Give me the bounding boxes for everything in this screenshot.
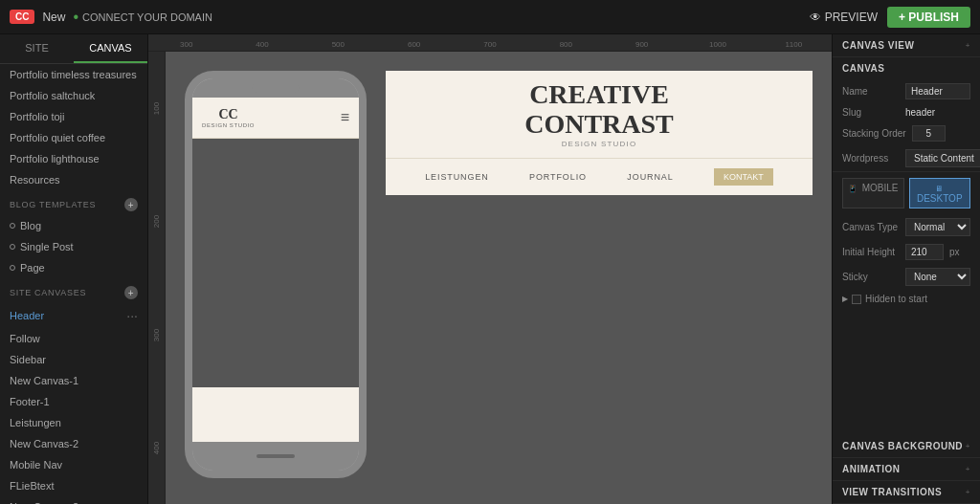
- device-tabs: 📱 MOBILE 🖥 DESKTOP: [833, 172, 980, 214]
- collapse-arrow-icon[interactable]: ▶: [842, 295, 848, 303]
- ruler-tick: 900: [604, 40, 679, 49]
- sidebar-item-label: Portfolio saltchuck: [10, 90, 95, 101]
- tab-desktop[interactable]: 🖥 DESKTOP: [909, 178, 971, 208]
- more-options-button[interactable]: ···: [126, 308, 138, 323]
- sidebar-item-label: Blog: [20, 220, 41, 231]
- sidebar-item-label: Follow: [10, 333, 40, 344]
- sidebar-item-label: Portfolio timeless treasures: [10, 69, 137, 80]
- cc-logo: CC: [10, 10, 34, 24]
- canvas-area: 300 400 500 600 700 800 900 1000 1100 10…: [148, 34, 832, 504]
- chevron-icon: +: [966, 488, 970, 496]
- sidebar-item-label: FLieBtext: [10, 480, 54, 492]
- sidebar-item-label: Footer-1: [10, 396, 50, 407]
- canvas-bg-header[interactable]: CANVAS BACKGROUND +: [833, 435, 980, 457]
- nav-portfolio: PORTFOLIO: [529, 172, 587, 182]
- tab-mobile[interactable]: 📱 MOBILE: [842, 178, 904, 208]
- mobile-body: [192, 139, 359, 387]
- sidebar-item-blog[interactable]: Blog: [0, 215, 147, 236]
- sidebar: SITE CANVAS Portfolio timeless treasures…: [0, 34, 148, 504]
- sidebar-item-new-canvas-2[interactable]: New Canvas-2: [0, 433, 147, 454]
- hamburger-icon: ≡: [341, 109, 349, 126]
- stacking-input[interactable]: [912, 125, 946, 142]
- canvas-section-header[interactable]: CANVAS: [833, 57, 980, 79]
- sidebar-item-footer-1[interactable]: Footer-1: [0, 391, 147, 412]
- canvas-view-section: CANVAS VIEW +: [833, 34, 980, 57]
- single-post-dot-icon: [10, 244, 15, 250]
- canvas-type-label: Canvas Type: [842, 222, 900, 232]
- right-panel: CANVAS VIEW + CANVAS Name Slug header St…: [832, 34, 980, 504]
- sidebar-item-leistungen[interactable]: Leistungen: [0, 412, 147, 433]
- sidebar-tabs: SITE CANVAS: [0, 34, 147, 64]
- ruler-tick-v: 100: [148, 52, 165, 164]
- ruler-tick-v: 400: [148, 391, 165, 504]
- hidden-label: Hidden to start: [865, 294, 927, 304]
- ruler-tick: 500: [301, 40, 376, 49]
- sticky-row: Sticky None Top Bottom: [833, 264, 980, 290]
- mobile-preview-frame: CC DESIGN STUDIO ≡: [185, 71, 367, 478]
- slug-label: Slug: [842, 107, 900, 118]
- mobile-footer: [192, 442, 359, 471]
- sidebar-item-sidebar[interactable]: Sidebar: [0, 349, 147, 370]
- sidebar-item-label: Leistungen: [10, 417, 61, 428]
- desktop-logo: CREATIVE CONTRAST DESIGN STUDIO: [524, 80, 674, 148]
- mobile-header: CC DESIGN STUDIO ≡: [192, 98, 359, 139]
- sidebar-item-header[interactable]: Header ···: [0, 303, 147, 328]
- add-canvas-button[interactable]: +: [124, 286, 138, 299]
- sidebar-item-fliebtext[interactable]: FLieBtext: [0, 475, 147, 496]
- initial-height-input[interactable]: [905, 244, 944, 260]
- connect-domain-link[interactable]: • CONNECT YOUR DOMAIN: [73, 9, 212, 26]
- preview-button[interactable]: 👁 PREVIEW: [810, 11, 878, 24]
- main-layout: SITE CANVAS Portfolio timeless treasures…: [0, 34, 980, 504]
- mobile-logo-area: CC DESIGN STUDIO: [202, 107, 255, 128]
- slug-value: header: [905, 107, 970, 118]
- sidebar-item-follow[interactable]: Follow: [0, 328, 147, 349]
- sidebar-item-mobile-nav[interactable]: Mobile Nav: [0, 454, 147, 475]
- sidebar-item-label: Page: [20, 262, 45, 274]
- page-dot-icon: [10, 265, 15, 271]
- publish-button[interactable]: + PUBLISH: [887, 7, 970, 28]
- wordpress-select[interactable]: Static Content Dynamic Content: [905, 149, 980, 167]
- chevron-icon: +: [966, 442, 970, 450]
- canvas-bg-section: CANVAS BACKGROUND +: [833, 435, 980, 458]
- wordpress-row: Wordpress Static Content Dynamic Content: [833, 145, 980, 171]
- canvases-section-label: SITE CANVASES +: [0, 278, 147, 303]
- sidebar-item-resources[interactable]: Resources: [0, 169, 147, 190]
- sidebar-item-quiet-coffee[interactable]: Portfolio quiet coffee: [0, 127, 147, 148]
- view-transitions-header[interactable]: VIEW TRANSITIONS +: [833, 481, 980, 503]
- ruler-left: 100 200 300 400: [148, 52, 166, 504]
- add-blog-button[interactable]: +: [124, 198, 138, 211]
- desktop-header: CREATIVE CONTRAST DESIGN STUDIO LEISTUNG…: [386, 71, 813, 195]
- chevron-icon: +: [966, 465, 970, 473]
- ruler-tick: 1000: [679, 40, 755, 49]
- sidebar-item-page[interactable]: Page: [0, 257, 147, 278]
- canvas-type-select[interactable]: Normal Fixed: [905, 218, 970, 236]
- sidebar-item-single-post[interactable]: Single Post: [0, 236, 147, 257]
- sidebar-item-timeless[interactable]: Portfolio timeless treasures: [0, 64, 147, 85]
- top-bar-left: CC New • CONNECT YOUR DOMAIN: [10, 9, 212, 26]
- app-name: New: [42, 11, 65, 24]
- sidebar-item-new-canvas-3[interactable]: New Canvas-3: [0, 496, 147, 504]
- tab-site[interactable]: SITE: [0, 34, 74, 63]
- sticky-select[interactable]: None Top Bottom: [905, 268, 970, 286]
- view-transitions-title: VIEW TRANSITIONS: [842, 487, 942, 497]
- sticky-label: Sticky: [842, 272, 900, 282]
- name-input[interactable]: [905, 83, 970, 99]
- wordpress-label: Wordpress: [842, 153, 900, 164]
- animation-header[interactable]: ANIMATION +: [833, 458, 980, 480]
- sidebar-item-lighthouse[interactable]: Portfolio lighthouse: [0, 148, 147, 169]
- desktop-icon: 🖥: [935, 185, 943, 193]
- hidden-checkbox[interactable]: [852, 295, 861, 304]
- sidebar-item-new-canvas-1[interactable]: New Canvas-1: [0, 370, 147, 391]
- sidebar-item-saltchuck[interactable]: Portfolio saltchuck: [0, 85, 147, 106]
- ruler-tick: 400: [224, 40, 300, 49]
- mobile-icon: 📱: [848, 185, 858, 193]
- sidebar-item-label: Portfolio quiet coffee: [10, 132, 105, 143]
- sidebar-item-label: New Canvas-1: [10, 375, 78, 386]
- sidebar-item-label: Mobile Nav: [10, 459, 62, 471]
- tab-canvas[interactable]: CANVAS: [74, 34, 147, 63]
- sidebar-item-label: Header: [10, 310, 44, 321]
- nav-kontakt-button[interactable]: KONTAKT: [714, 168, 773, 186]
- ruler-tick: 700: [452, 40, 527, 49]
- canvas-view-header[interactable]: CANVAS VIEW +: [833, 34, 980, 56]
- sidebar-item-toji[interactable]: Portfolio toji: [0, 106, 147, 127]
